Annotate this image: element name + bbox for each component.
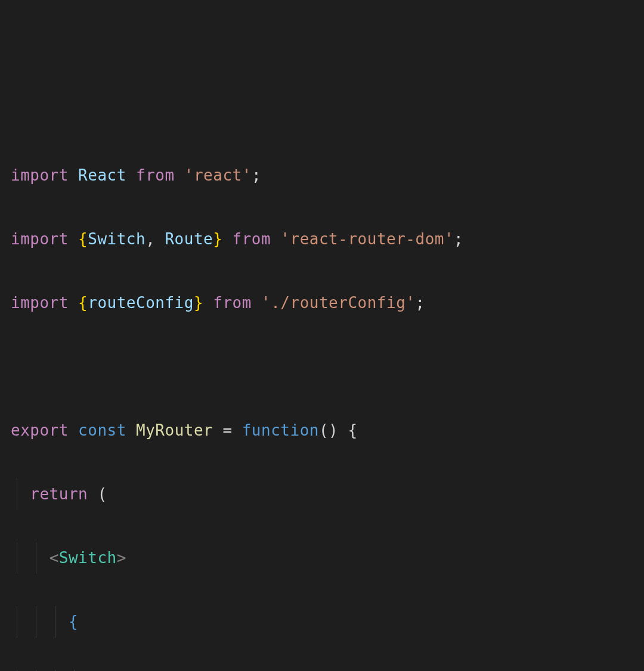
keyword-const: const	[78, 421, 126, 439]
comma: ,	[145, 230, 165, 248]
identifier: React	[78, 166, 126, 184]
identifier: MyRouter	[136, 421, 213, 439]
code-line[interactable]: return (	[11, 479, 644, 511]
string-literal: 'react-router-dom'	[280, 230, 454, 248]
code-line[interactable]: import {Switch, Route} from 'react-route…	[11, 223, 644, 256]
code-line[interactable]: <Switch>	[11, 542, 644, 574]
code-editor[interactable]: import React from 'react'; import {Switc…	[0, 128, 644, 671]
brace: {	[338, 421, 357, 439]
semicolon: ;	[454, 230, 463, 248]
code-line[interactable]	[11, 351, 644, 383]
keyword-return: return	[30, 485, 88, 503]
brace: {	[78, 294, 88, 312]
code-line[interactable]: import React from 'react';	[11, 160, 644, 192]
parens: ()	[319, 421, 338, 439]
keyword-from: from	[213, 294, 252, 312]
brace: }	[213, 230, 222, 248]
semicolon: ;	[415, 294, 425, 312]
code-line[interactable]: {	[11, 606, 644, 638]
jsx-tag: Switch	[59, 549, 117, 567]
tag-close: >	[117, 549, 126, 567]
keyword-import: import	[11, 230, 69, 248]
keyword-import: import	[11, 166, 69, 184]
code-line[interactable]: import {routeConfig} from './routerConfi…	[11, 287, 644, 319]
brace: {	[78, 230, 88, 248]
identifier: routeConfig	[88, 294, 194, 312]
keyword-export: export	[11, 421, 69, 439]
keyword-import: import	[11, 294, 69, 312]
keyword-function: function	[242, 421, 319, 439]
keyword-from: from	[233, 230, 271, 248]
keyword-from: from	[136, 166, 175, 184]
operator: =	[213, 421, 242, 439]
semicolon: ;	[252, 166, 261, 184]
identifier: Route	[165, 230, 213, 248]
brace: {	[69, 613, 78, 630]
paren: (	[88, 485, 107, 503]
string-literal: './routerConfig'	[261, 294, 415, 312]
tag-open: <	[49, 549, 59, 567]
code-line[interactable]: export const MyRouter = function() {	[11, 415, 644, 447]
string-literal: 'react'	[184, 166, 252, 184]
brace: }	[194, 294, 203, 312]
identifier: Switch	[88, 230, 145, 248]
